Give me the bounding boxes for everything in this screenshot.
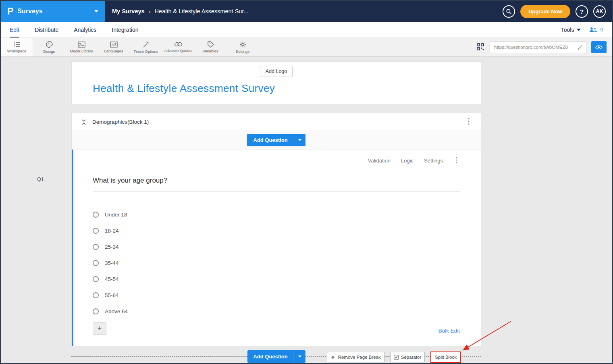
tab-integration[interactable]: Integration	[112, 22, 138, 37]
tool-label: Design	[43, 49, 55, 54]
option-label[interactable]: Under 18	[105, 212, 127, 218]
remove-page-break-button[interactable]: Remove Page Break	[327, 352, 384, 362]
block-menu-button[interactable]	[465, 117, 472, 127]
block-card: Demographics(Block 1) Add Question	[71, 113, 481, 346]
tool-label: Languages	[104, 49, 123, 53]
tool-design[interactable]: Design	[33, 38, 65, 56]
separator-label: Separator	[401, 355, 422, 360]
bulk-edit-link[interactable]: Bulk Edit	[438, 328, 460, 334]
radio-option: Under 18	[93, 206, 460, 223]
tag-icon	[207, 41, 214, 48]
search-icon	[506, 8, 512, 15]
tab-analytics[interactable]: Analytics	[74, 22, 96, 37]
tool-workspace[interactable]: Workspace	[1, 38, 33, 56]
chevron-down-icon	[298, 356, 301, 358]
toolbar-right	[476, 38, 612, 56]
search-button[interactable]	[503, 5, 515, 18]
block-title[interactable]: Demographics(Block 1)	[92, 119, 149, 125]
add-option-button[interactable]: +	[93, 322, 106, 335]
add-question-button[interactable]: Add Question	[247, 134, 293, 146]
option-label[interactable]: Above 64	[105, 308, 128, 314]
gear-icon	[239, 41, 246, 48]
question-text[interactable]: What is your age group?	[93, 177, 460, 192]
radio-button[interactable]	[93, 292, 99, 298]
edit-url-button[interactable]	[578, 45, 583, 50]
product-switcher[interactable]: P Surveys	[1, 1, 105, 22]
remove-page-break-label: Remove Page Break	[338, 355, 381, 360]
logic-link[interactable]: Logic	[401, 158, 414, 164]
radio-button[interactable]	[93, 212, 99, 218]
kebab-icon	[468, 118, 470, 125]
breadcrumb-current-survey: Health & Lifestyle Assessment Sur...	[155, 8, 249, 15]
tool-label: Variables	[203, 49, 218, 53]
nav-right: Tools 0	[561, 22, 603, 37]
radio-option: Above 64	[93, 303, 460, 319]
main-nav: Edit Distribute Analytics Integration To…	[1, 22, 612, 38]
help-button[interactable]: ?	[576, 5, 588, 18]
validation-link[interactable]: Validation	[368, 158, 391, 164]
tool-languages[interactable]: A Languages	[98, 38, 130, 56]
tools-label: Tools	[561, 27, 574, 33]
radio-button[interactable]	[93, 228, 99, 234]
chevron-down-icon	[298, 139, 301, 141]
magic-wand-icon	[143, 41, 150, 48]
add-logo-button[interactable]: Add Logo	[260, 66, 293, 77]
tool-label: Media Library	[70, 49, 93, 53]
radio-option: 18-24	[93, 223, 460, 239]
option-label[interactable]: 18-24	[105, 228, 119, 234]
survey-url-field	[490, 41, 586, 53]
tool-settings[interactable]: Settings	[226, 38, 259, 56]
breadcrumb: My Surveys › Health & Lifestyle Assessme…	[112, 8, 249, 15]
workspace-icon	[13, 41, 21, 48]
remove-page-break-icon	[330, 355, 336, 360]
tab-edit[interactable]: Edit	[10, 22, 19, 37]
radio-button[interactable]	[93, 260, 99, 266]
tool-media-library[interactable]: Media Library	[65, 38, 98, 56]
tool-finish-options[interactable]: Finish Options	[130, 38, 162, 56]
radio-button[interactable]	[93, 276, 99, 282]
separator-toggle[interactable]: Separator	[390, 352, 425, 362]
preview-button[interactable]	[591, 41, 607, 53]
survey-title[interactable]: Health & Lifestyle Assessment Survey	[93, 82, 275, 95]
add-question-button-bottom[interactable]: Add Question	[247, 350, 293, 363]
add-question-dropdown[interactable]	[294, 134, 305, 146]
page-break-row: Add Question Remove Page Break	[71, 350, 481, 363]
question-menu-button[interactable]	[453, 156, 460, 165]
link-icon	[174, 42, 183, 47]
radio-button[interactable]	[93, 308, 99, 314]
qr-code-button[interactable]	[476, 42, 485, 52]
chevron-down-icon	[94, 10, 98, 12]
avatar[interactable]: AK	[593, 5, 606, 18]
collaborator-count: 0	[600, 27, 603, 33]
image-icon	[78, 42, 85, 48]
breadcrumb-separator: ›	[149, 8, 151, 15]
settings-link[interactable]: Settings	[424, 158, 443, 164]
collapse-block-button[interactable]	[81, 119, 87, 126]
collaborators-button[interactable]: 0	[589, 27, 603, 33]
breadcrumb-my-surveys[interactable]: My Surveys	[112, 8, 145, 15]
people-icon	[589, 27, 597, 33]
chevron-down-icon	[577, 29, 581, 31]
questionpro-logo: P	[7, 7, 13, 16]
upgrade-now-button[interactable]: Upgrade Now	[520, 5, 570, 18]
tools-menu[interactable]: Tools	[561, 27, 581, 33]
option-label[interactable]: 35-44	[105, 260, 119, 266]
tool-variables[interactable]: Variables	[194, 38, 226, 56]
option-label[interactable]: 45-54	[105, 276, 119, 282]
question-number: Q1	[37, 177, 44, 182]
add-question-split-button-bottom: Add Question	[247, 350, 305, 363]
builder-toolbar: Workspace Design Media Library A Langua	[1, 38, 612, 57]
add-question-split-button: Add Question	[247, 134, 305, 146]
radio-button[interactable]	[93, 244, 99, 250]
option-label[interactable]: 55-64	[105, 292, 119, 298]
tool-advance-quotas[interactable]: Advance Quotas	[162, 38, 194, 56]
survey-url-input[interactable]	[493, 44, 578, 50]
kebab-icon	[456, 157, 457, 163]
radio-option: 55-64	[93, 287, 460, 303]
add-question-dropdown-bottom[interactable]	[294, 350, 305, 363]
option-label[interactable]: 25-34	[105, 244, 119, 250]
tool-label: Finish Options	[134, 49, 158, 54]
tab-distribute[interactable]: Distribute	[35, 22, 58, 37]
pencil-icon	[578, 45, 583, 50]
split-block-button[interactable]: Split Block	[430, 352, 461, 363]
